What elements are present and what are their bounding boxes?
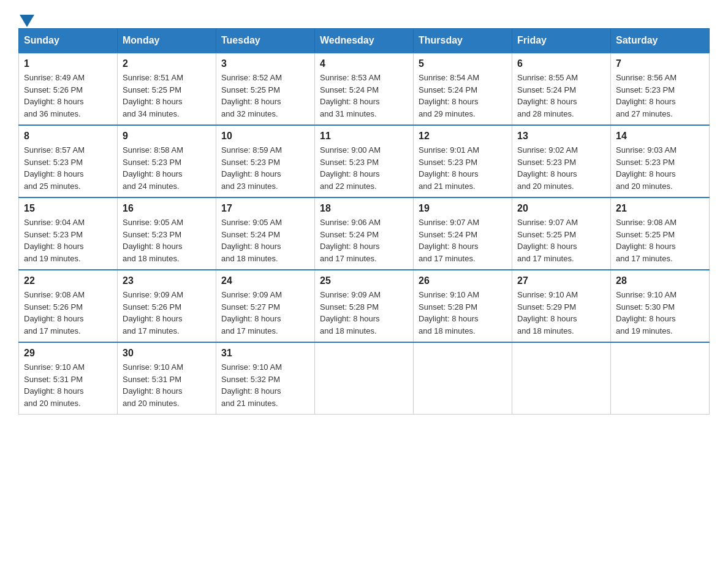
calendar-cell: 1Sunrise: 8:49 AMSunset: 5:26 PMDaylight…: [19, 53, 118, 125]
day-info: Sunrise: 8:54 AMSunset: 5:24 PMDaylight:…: [419, 72, 507, 120]
day-number: 20: [517, 203, 605, 214]
calendar-cell: 15Sunrise: 9:04 AMSunset: 5:23 PMDayligh…: [19, 197, 118, 270]
day-number: 8: [24, 131, 112, 142]
day-number: 29: [24, 348, 112, 359]
day-number: 10: [221, 131, 309, 142]
day-info: Sunrise: 8:57 AMSunset: 5:23 PMDaylight:…: [24, 144, 112, 192]
calendar-cell: 9Sunrise: 8:58 AMSunset: 5:23 PMDaylight…: [118, 125, 216, 197]
calendar-week-row: 1Sunrise: 8:49 AMSunset: 5:26 PMDaylight…: [19, 53, 710, 125]
calendar-cell: 21Sunrise: 9:08 AMSunset: 5:25 PMDayligh…: [611, 197, 710, 270]
day-info: Sunrise: 9:10 AMSunset: 5:28 PMDaylight:…: [419, 289, 507, 337]
day-info: Sunrise: 9:09 AMSunset: 5:27 PMDaylight:…: [221, 289, 309, 337]
calendar-cell: 30Sunrise: 9:10 AMSunset: 5:31 PMDayligh…: [118, 342, 216, 415]
day-info: Sunrise: 9:10 AMSunset: 5:31 PMDaylight:…: [24, 361, 112, 409]
calendar-cell: [611, 342, 710, 415]
calendar-cell: 19Sunrise: 9:07 AMSunset: 5:24 PMDayligh…: [414, 197, 512, 270]
day-number: 7: [616, 58, 704, 69]
day-info: Sunrise: 9:10 AMSunset: 5:30 PMDaylight:…: [616, 289, 704, 337]
calendar-cell: [414, 342, 512, 415]
calendar-cell: 7Sunrise: 8:56 AMSunset: 5:23 PMDaylight…: [611, 53, 710, 125]
header-saturday: Saturday: [611, 29, 710, 53]
calendar-cell: 10Sunrise: 8:59 AMSunset: 5:23 PMDayligh…: [216, 125, 315, 197]
day-number: 4: [320, 58, 408, 69]
day-info: Sunrise: 8:49 AMSunset: 5:26 PMDaylight:…: [24, 72, 112, 120]
day-info: Sunrise: 8:53 AMSunset: 5:24 PMDaylight:…: [320, 72, 408, 120]
day-number: 3: [221, 58, 309, 69]
calendar-cell: 13Sunrise: 9:02 AMSunset: 5:23 PMDayligh…: [512, 125, 611, 197]
day-number: 6: [517, 58, 605, 69]
calendar-cell: 6Sunrise: 8:55 AMSunset: 5:24 PMDaylight…: [512, 53, 611, 125]
day-number: 19: [419, 203, 507, 214]
day-number: 18: [320, 203, 408, 214]
calendar-cell: 16Sunrise: 9:05 AMSunset: 5:23 PMDayligh…: [118, 197, 216, 270]
calendar-week-row: 15Sunrise: 9:04 AMSunset: 5:23 PMDayligh…: [19, 197, 710, 270]
day-info: Sunrise: 9:10 AMSunset: 5:32 PMDaylight:…: [221, 361, 309, 409]
day-number: 13: [517, 131, 605, 142]
day-info: Sunrise: 9:10 AMSunset: 5:31 PMDaylight:…: [123, 361, 211, 409]
calendar-cell: 26Sunrise: 9:10 AMSunset: 5:28 PMDayligh…: [414, 270, 512, 342]
day-number: 21: [616, 203, 704, 214]
day-info: Sunrise: 9:10 AMSunset: 5:29 PMDaylight:…: [517, 289, 605, 337]
calendar-cell: 4Sunrise: 8:53 AMSunset: 5:24 PMDaylight…: [315, 53, 414, 125]
calendar-cell: 12Sunrise: 9:01 AMSunset: 5:23 PMDayligh…: [414, 125, 512, 197]
day-info: Sunrise: 9:03 AMSunset: 5:23 PMDaylight:…: [616, 144, 704, 192]
day-number: 17: [221, 203, 309, 214]
calendar-cell: 25Sunrise: 9:09 AMSunset: 5:28 PMDayligh…: [315, 270, 414, 342]
day-info: Sunrise: 9:08 AMSunset: 5:25 PMDaylight:…: [616, 216, 704, 264]
calendar-cell: [315, 342, 414, 415]
day-info: Sunrise: 9:00 AMSunset: 5:23 PMDaylight:…: [320, 144, 408, 192]
day-info: Sunrise: 8:55 AMSunset: 5:24 PMDaylight:…: [517, 72, 605, 120]
day-number: 25: [320, 275, 408, 286]
day-number: 24: [221, 275, 309, 286]
day-info: Sunrise: 9:04 AMSunset: 5:23 PMDaylight:…: [24, 216, 112, 264]
day-number: 26: [419, 275, 507, 286]
day-number: 2: [123, 58, 211, 69]
day-info: Sunrise: 9:06 AMSunset: 5:24 PMDaylight:…: [320, 216, 408, 264]
day-number: 31: [221, 348, 309, 359]
calendar-cell: 29Sunrise: 9:10 AMSunset: 5:31 PMDayligh…: [19, 342, 118, 415]
day-info: Sunrise: 9:09 AMSunset: 5:28 PMDaylight:…: [320, 289, 408, 337]
header-wednesday: Wednesday: [315, 29, 414, 53]
day-info: Sunrise: 9:05 AMSunset: 5:24 PMDaylight:…: [221, 216, 309, 264]
day-number: 30: [123, 348, 211, 359]
day-number: 22: [24, 275, 112, 286]
calendar-cell: 2Sunrise: 8:51 AMSunset: 5:25 PMDaylight…: [118, 53, 216, 125]
day-number: 9: [123, 131, 211, 142]
day-number: 5: [419, 58, 507, 69]
calendar-week-row: 22Sunrise: 9:08 AMSunset: 5:26 PMDayligh…: [19, 270, 710, 342]
day-info: Sunrise: 8:56 AMSunset: 5:23 PMDaylight:…: [616, 72, 704, 120]
day-info: Sunrise: 8:58 AMSunset: 5:23 PMDaylight:…: [123, 144, 211, 192]
calendar-week-row: 8Sunrise: 8:57 AMSunset: 5:23 PMDaylight…: [19, 125, 710, 197]
calendar-cell: 5Sunrise: 8:54 AMSunset: 5:24 PMDaylight…: [414, 53, 512, 125]
day-number: 11: [320, 131, 408, 142]
day-number: 28: [616, 275, 704, 286]
day-info: Sunrise: 8:52 AMSunset: 5:25 PMDaylight:…: [221, 72, 309, 120]
calendar-header-row: SundayMondayTuesdayWednesdayThursdayFrid…: [19, 29, 710, 53]
calendar-cell: 22Sunrise: 9:08 AMSunset: 5:26 PMDayligh…: [19, 270, 118, 342]
day-number: 12: [419, 131, 507, 142]
header-sunday: Sunday: [19, 29, 118, 53]
day-number: 15: [24, 203, 112, 214]
day-info: Sunrise: 9:01 AMSunset: 5:23 PMDaylight:…: [419, 144, 507, 192]
calendar-cell: 18Sunrise: 9:06 AMSunset: 5:24 PMDayligh…: [315, 197, 414, 270]
page-header: [18, 12, 710, 22]
calendar-cell: 27Sunrise: 9:10 AMSunset: 5:29 PMDayligh…: [512, 270, 611, 342]
logo-arrow-icon: [20, 15, 34, 27]
header-monday: Monday: [118, 29, 216, 53]
calendar-cell: 24Sunrise: 9:09 AMSunset: 5:27 PMDayligh…: [216, 270, 315, 342]
day-number: 14: [616, 131, 704, 142]
header-thursday: Thursday: [414, 29, 512, 53]
calendar-table: SundayMondayTuesdayWednesdayThursdayFrid…: [18, 28, 710, 415]
logo: [18, 12, 36, 22]
calendar-cell: 23Sunrise: 9:09 AMSunset: 5:26 PMDayligh…: [118, 270, 216, 342]
header-friday: Friday: [512, 29, 611, 53]
day-info: Sunrise: 9:02 AMSunset: 5:23 PMDaylight:…: [517, 144, 605, 192]
day-number: 16: [123, 203, 211, 214]
calendar-week-row: 29Sunrise: 9:10 AMSunset: 5:31 PMDayligh…: [19, 342, 710, 415]
day-number: 1: [24, 58, 112, 69]
calendar-cell: 28Sunrise: 9:10 AMSunset: 5:30 PMDayligh…: [611, 270, 710, 342]
day-number: 23: [123, 275, 211, 286]
day-info: Sunrise: 9:05 AMSunset: 5:23 PMDaylight:…: [123, 216, 211, 264]
day-info: Sunrise: 9:09 AMSunset: 5:26 PMDaylight:…: [123, 289, 211, 337]
day-info: Sunrise: 8:59 AMSunset: 5:23 PMDaylight:…: [221, 144, 309, 192]
